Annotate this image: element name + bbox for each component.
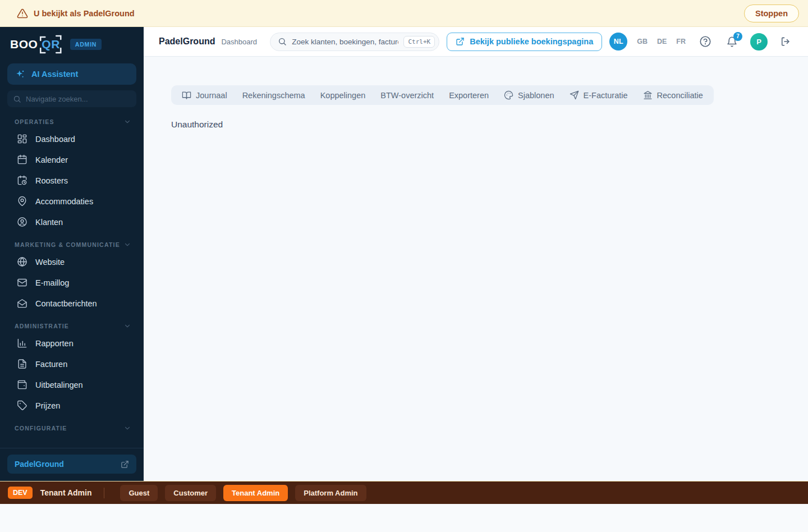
sidebar-item-website[interactable]: Website bbox=[0, 251, 144, 272]
sidebar-item-label: Website bbox=[35, 258, 65, 267]
map-pin-icon bbox=[17, 196, 27, 207]
notifications-bell[interactable]: 7 bbox=[726, 36, 738, 48]
search-icon bbox=[13, 95, 21, 103]
tab-label: Koppelingen bbox=[320, 91, 366, 100]
section-marketing[interactable]: MARKETING & COMMUNICATIE bbox=[0, 232, 144, 251]
sidebar-item-roosters[interactable]: Roosters bbox=[0, 170, 144, 191]
tab-journaal[interactable]: Journaal bbox=[182, 90, 227, 100]
mail-icon bbox=[17, 277, 27, 288]
banner-message: U bekijkt als PadelGround bbox=[34, 9, 135, 18]
avatar[interactable]: P bbox=[750, 33, 768, 51]
section-configuratie[interactable]: CONFIGURATIE bbox=[0, 416, 144, 435]
tenant-shortcut-label: PadelGround bbox=[15, 460, 64, 469]
role-button-tenant-admin[interactable]: Tenant Admin bbox=[223, 485, 288, 501]
sidebar-item-ai-assistant[interactable]: AI Assistent bbox=[7, 63, 136, 85]
tab-label: E-Facturatie bbox=[584, 91, 628, 100]
tag-icon bbox=[17, 400, 27, 411]
language-option-gb[interactable]: GB bbox=[637, 38, 648, 45]
section-label: OPERATIES bbox=[15, 118, 54, 125]
global-search[interactable]: Ctrl+K bbox=[270, 33, 439, 51]
chevron-down-icon bbox=[123, 118, 131, 126]
bar-chart-icon bbox=[17, 338, 27, 348]
sidebar-item-accommodaties[interactable]: Accommodaties bbox=[0, 191, 144, 212]
public-booking-page-label: Bekijk publieke boekingspagina bbox=[470, 37, 593, 46]
sidebar-item-label: Kalender bbox=[35, 155, 68, 164]
tab-rekeningschema[interactable]: Rekeningschema bbox=[242, 91, 305, 100]
landmark-icon bbox=[643, 90, 653, 100]
sidebar-item-label: Uitbetalingen bbox=[35, 380, 83, 389]
external-link-icon bbox=[456, 37, 465, 46]
tab-exporteren[interactable]: Exporteren bbox=[449, 91, 489, 100]
sidebar-item-label: Dashboard bbox=[35, 135, 75, 144]
calendar-icon bbox=[17, 154, 27, 165]
sidebar-item-label: Contactberichten bbox=[35, 299, 97, 308]
tenant-shortcut-padelground[interactable]: PadelGround bbox=[7, 455, 136, 474]
sidebar-item-dashboard[interactable]: Dashboard bbox=[0, 129, 144, 149]
language-switcher: NL GB DE FR bbox=[609, 33, 686, 51]
notification-count-badge: 7 bbox=[733, 32, 742, 41]
language-option-fr[interactable]: FR bbox=[676, 38, 686, 45]
page-background bbox=[0, 505, 808, 532]
sidebar-item-prijzen[interactable]: Prijzen bbox=[0, 395, 144, 416]
sidebar-item-klanten[interactable]: Klanten bbox=[0, 212, 144, 232]
sidebar-item-label: E-maillog bbox=[35, 278, 69, 287]
global-search-input[interactable] bbox=[292, 38, 398, 46]
mail-open-icon bbox=[17, 298, 27, 309]
sidebar-search-input[interactable] bbox=[26, 95, 131, 103]
dashboard-icon bbox=[17, 134, 27, 144]
main-content: Journaal Rekeningschema Koppelingen BTW-… bbox=[144, 57, 808, 481]
dev-badge: DEV bbox=[8, 487, 33, 499]
role-button-platform-admin[interactable]: Platform Admin bbox=[295, 485, 366, 501]
tab-reconciliatie[interactable]: Reconciliatie bbox=[643, 90, 703, 100]
book-open-icon bbox=[182, 90, 191, 100]
help-icon[interactable] bbox=[699, 35, 711, 48]
tab-btw-overzicht[interactable]: BTW-overzicht bbox=[380, 91, 434, 100]
sidebar-item-label: Rapporten bbox=[35, 339, 74, 348]
dev-toolbar: DEV Tenant Admin Guest Customer Tenant A… bbox=[0, 481, 808, 504]
sidebar-item-label: Klanten bbox=[35, 218, 63, 227]
tab-label: Exporteren bbox=[449, 91, 489, 100]
sidebar-item-kalender[interactable]: Kalender bbox=[0, 149, 144, 170]
top-header: PadelGround Dashboard Ctrl+K Bekijk publ… bbox=[144, 27, 808, 57]
section-operaties[interactable]: OPERATIES bbox=[0, 109, 144, 129]
admin-badge: ADMIN bbox=[70, 39, 102, 50]
section-label: ADMINISTRATIE bbox=[15, 323, 69, 329]
sidebar-item-emaillog[interactable]: E-maillog bbox=[0, 272, 144, 293]
tab-e-facturatie[interactable]: E-Facturatie bbox=[570, 90, 628, 100]
user-circle-icon bbox=[17, 217, 27, 227]
logout-icon[interactable] bbox=[780, 36, 791, 47]
tab-label: Journaal bbox=[196, 91, 227, 100]
tab-sjablonen[interactable]: Sjablonen bbox=[504, 90, 554, 100]
stop-impersonation-button[interactable]: Stoppen bbox=[744, 4, 799, 22]
public-booking-page-button[interactable]: Bekijk publieke boekingspagina bbox=[447, 33, 602, 51]
section-administratie[interactable]: ADMINISTRATIE bbox=[0, 314, 144, 333]
sidebar-item-contactberichten[interactable]: Contactberichten bbox=[0, 293, 144, 314]
tab-label: Rekeningschema bbox=[242, 91, 305, 100]
language-option-de[interactable]: DE bbox=[657, 38, 667, 45]
warning-triangle-icon bbox=[17, 8, 28, 19]
sidebar-search[interactable] bbox=[7, 90, 136, 107]
qr-frame-icon bbox=[38, 35, 64, 54]
external-link-icon bbox=[121, 460, 129, 469]
sidebar-item-label: Roosters bbox=[35, 176, 68, 185]
shortcut-hint: Ctrl+K bbox=[403, 36, 435, 48]
sidebar-item-label: Facturen bbox=[35, 360, 67, 369]
language-selected-nl[interactable]: NL bbox=[609, 33, 627, 51]
sidebar-item-uitbetalingen[interactable]: Uitbetalingen bbox=[0, 374, 144, 395]
sidebar-item-rapporten[interactable]: Rapporten bbox=[0, 333, 144, 354]
unauthorized-message: Unauthorized bbox=[171, 120, 808, 130]
logo-row: BOOQR ADMIN bbox=[0, 27, 144, 57]
section-label: CONFIGURATIE bbox=[15, 425, 67, 432]
chevron-down-icon bbox=[123, 241, 131, 249]
current-role-label: Tenant Admin bbox=[40, 488, 92, 497]
send-icon bbox=[570, 90, 579, 100]
sparkles-icon bbox=[15, 69, 25, 80]
role-button-customer[interactable]: Customer bbox=[165, 485, 216, 501]
tab-koppelingen[interactable]: Koppelingen bbox=[320, 91, 366, 100]
role-button-guest[interactable]: Guest bbox=[120, 485, 158, 501]
sidebar-item-facturen[interactable]: Facturen bbox=[0, 354, 144, 374]
tab-label: Sjablonen bbox=[518, 91, 554, 100]
sidebar: BOOQR ADMIN AI Assistent OPERATIES Dashb… bbox=[0, 27, 144, 481]
wallet-icon bbox=[17, 379, 27, 390]
page-title: PadelGround bbox=[159, 36, 215, 47]
